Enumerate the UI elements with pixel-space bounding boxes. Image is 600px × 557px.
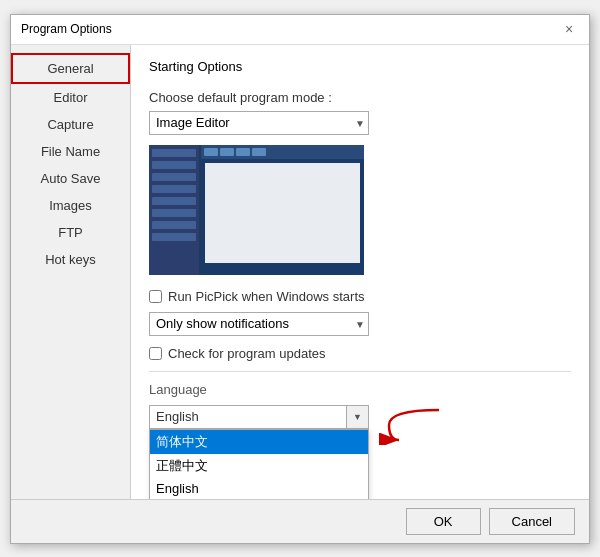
sidebar-item-capture[interactable]: Capture [11, 111, 130, 138]
sidebar-item-editor[interactable]: Editor [11, 84, 130, 111]
sidebar-item-autosave[interactable]: Auto Save [11, 165, 130, 192]
preview-toolbar-btn [236, 148, 250, 156]
preview-toolbar-btn [204, 148, 218, 156]
close-button[interactable]: × [559, 19, 579, 39]
language-dropdown: 简体中文 正體中文 English [149, 429, 369, 499]
run-on-startup-checkbox[interactable] [149, 290, 162, 303]
preview-sidebar-item [152, 149, 196, 157]
check-updates-checkbox[interactable] [149, 347, 162, 360]
preview-toolbar [201, 145, 364, 159]
mode-select-wrapper: Image Editor Screen Capture Color Picker… [149, 111, 369, 135]
section-title: Starting Options [149, 59, 571, 78]
run-on-startup-row: Run PicPick when Windows starts [149, 289, 571, 304]
sidebar-item-ftp[interactable]: FTP [11, 219, 130, 246]
preview-canvas [205, 163, 360, 263]
sidebar-item-general[interactable]: General [11, 53, 130, 84]
preview-sidebar-item [152, 173, 196, 181]
mode-label: Choose default program mode : [149, 90, 571, 105]
cancel-button[interactable]: Cancel [489, 508, 575, 535]
preview-sidebar-item [152, 185, 196, 193]
language-select-area: English ▼ 简体中文 正體中文 English [149, 405, 369, 429]
red-arrow-indicator [379, 405, 449, 448]
program-options-dialog: Program Options × General Editor Capture… [10, 14, 590, 544]
check-updates-label: Check for program updates [168, 346, 326, 361]
preview-sidebar-item [152, 221, 196, 229]
preview-toolbar-btn [252, 148, 266, 156]
mode-select[interactable]: Image Editor Screen Capture Color Picker [149, 111, 369, 135]
preview-sidebar-item [152, 161, 196, 169]
preview-main [201, 145, 364, 275]
title-bar: Program Options × [11, 15, 589, 45]
language-section: Language English ▼ 简体中文 正體中文 English [149, 371, 571, 429]
preview-image [149, 145, 364, 275]
sidebar-item-hotkeys[interactable]: Hot keys [11, 246, 130, 273]
content-area: Starting Options Choose default program … [131, 45, 589, 499]
dialog-footer: OK Cancel [11, 499, 589, 543]
sidebar-item-filename[interactable]: File Name [11, 138, 130, 165]
run-on-startup-label: Run PicPick when Windows starts [168, 289, 365, 304]
language-option-traditional-chinese[interactable]: 正體中文 [150, 454, 368, 478]
check-updates-row: Check for program updates [149, 346, 571, 361]
language-option-english[interactable]: English [150, 478, 368, 499]
preview-sidebar-item [152, 197, 196, 205]
sidebar-item-images[interactable]: Images [11, 192, 130, 219]
dialog-body: General Editor Capture File Name Auto Sa… [11, 45, 589, 499]
notification-select-wrapper: Only show notifications Run minimized Ru… [149, 312, 369, 336]
language-current-value: English [150, 407, 346, 426]
language-select-container: English ▼ 简体中文 正體中文 English [149, 405, 369, 429]
sidebar: General Editor Capture File Name Auto Sa… [11, 45, 131, 499]
language-section-title: Language [149, 382, 571, 397]
language-dropdown-btn[interactable]: ▼ [346, 406, 368, 428]
preview-toolbar-btn [220, 148, 234, 156]
language-option-simplified-chinese[interactable]: 简体中文 [150, 430, 368, 454]
notification-select[interactable]: Only show notifications Run minimized Ru… [149, 312, 369, 336]
preview-sidebar-item [152, 209, 196, 217]
ok-button[interactable]: OK [406, 508, 481, 535]
preview-sidebar [149, 145, 199, 275]
language-input-row[interactable]: English ▼ [149, 405, 369, 429]
preview-sidebar-item [152, 233, 196, 241]
dialog-title: Program Options [21, 22, 112, 36]
